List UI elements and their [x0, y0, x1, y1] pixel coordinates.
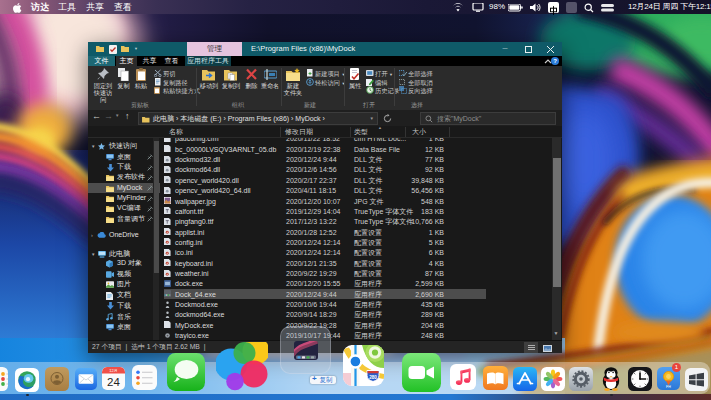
svg-text:24: 24 — [107, 376, 120, 388]
svg-text:12月: 12月 — [109, 368, 117, 373]
svg-text:FH: FH — [666, 385, 671, 389]
svg-text:280: 280 — [369, 375, 377, 380]
